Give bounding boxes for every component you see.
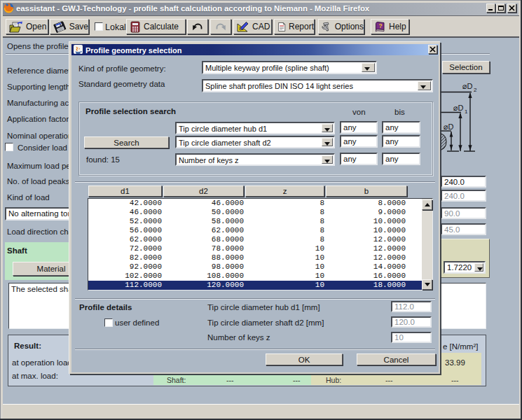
svg-text:2: 2 bbox=[474, 87, 477, 93]
svg-text:⌀D: ⌀D bbox=[453, 104, 464, 112]
svg-text:⌀D: ⌀D bbox=[444, 122, 454, 131]
svg-text:1: 1 bbox=[465, 108, 468, 115]
svg-text:⌀D: ⌀D bbox=[462, 82, 473, 90]
svg-text:?: ? bbox=[379, 22, 383, 29]
